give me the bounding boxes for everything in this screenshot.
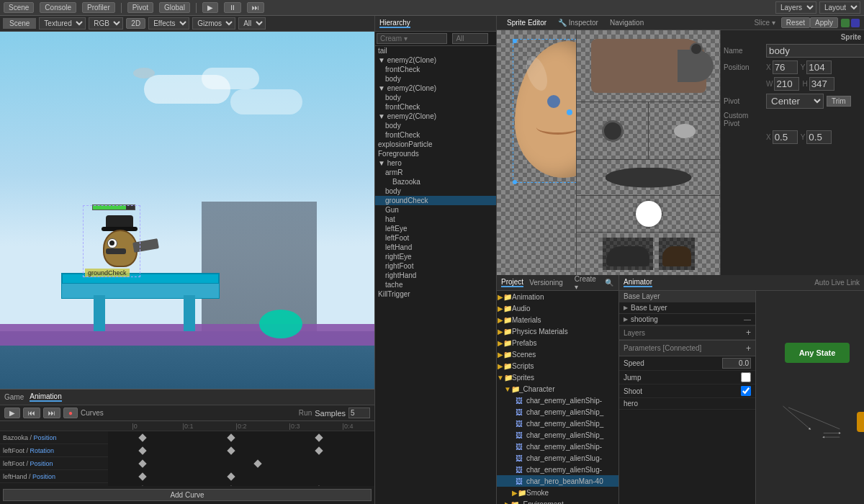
anim-step-back-btn[interactable]: ⏮ xyxy=(23,408,40,418)
diamond[interactable] xyxy=(139,459,147,467)
search-icon[interactable]: 🔍 xyxy=(605,279,613,287)
hierarchy-item-hero-body[interactable]: body xyxy=(375,186,496,196)
proj-hero-selected[interactable]: 🖼char_hero_beanMan-40 xyxy=(497,475,618,487)
pause-btn[interactable]: ⏸ xyxy=(224,2,241,13)
hierarchy-item-groundcheck[interactable]: groundCheck xyxy=(375,196,496,205)
navigation-tab[interactable]: Navigation xyxy=(604,19,649,27)
step-btn[interactable]: ⏭ xyxy=(247,2,264,13)
gizmos-select[interactable]: Gizmos xyxy=(192,17,235,30)
hierarchy-item-armr[interactable]: armR xyxy=(375,168,496,177)
scene-view[interactable]: Scene Textured RGB 2D Effects Gizmos All xyxy=(0,16,374,389)
anim-play-btn[interactable]: ▶ xyxy=(4,408,20,418)
proj-alien2[interactable]: 🖼char_enemy_alienShip_ xyxy=(497,406,618,418)
hierarchy-item-leftfoot[interactable]: leftFoot xyxy=(375,233,496,243)
hierarchy-item-killtrigger[interactable]: KillTrigger xyxy=(375,289,496,299)
character[interactable] xyxy=(97,215,144,273)
hierarchy-item-frontcheck3[interactable]: frontCheck xyxy=(375,130,496,140)
shoot-checkbox[interactable] xyxy=(741,386,751,396)
hierarchy-item-hero[interactable]: ▼ hero xyxy=(375,158,496,168)
proj-prefabs[interactable]: ▶📁Prefabs xyxy=(497,337,618,348)
proj-physics[interactable]: ▶📁Physics Materials xyxy=(497,325,618,337)
proj-scenes[interactable]: ▶📁Scenes xyxy=(497,348,618,360)
diamond[interactable] xyxy=(315,433,323,441)
y-input[interactable] xyxy=(806,60,832,74)
play-btn[interactable]: ▶ xyxy=(202,2,218,13)
track-area-1[interactable] xyxy=(108,444,374,457)
small-sprite-1[interactable] xyxy=(577,102,649,159)
track-area-4[interactable] xyxy=(108,483,374,487)
proj-alien1[interactable]: 🖼char_enemy_alienShip- xyxy=(497,395,618,406)
diamond[interactable] xyxy=(253,459,261,467)
shooting-layer-item[interactable]: ▶ shooting — xyxy=(619,314,755,325)
sprite-editor-area[interactable]: Sprite Name Position X xyxy=(497,30,864,275)
rgb-select[interactable]: RGB xyxy=(89,17,123,30)
layout-select[interactable]: Layout xyxy=(819,1,860,14)
proj-materials[interactable]: ▶📁Materials xyxy=(497,314,618,325)
any-state-node[interactable]: Any State xyxy=(785,343,850,363)
track-area-2[interactable] xyxy=(108,457,374,470)
proj-alien3[interactable]: 🖼char_enemy_alienShip_ xyxy=(497,418,618,429)
circle-sprite-thumb[interactable] xyxy=(577,196,720,232)
inspector-tab[interactable]: 🔧 Inspector xyxy=(552,19,604,27)
diamond[interactable] xyxy=(139,485,147,486)
hierarchy-item-explosion[interactable]: explosionParticle xyxy=(375,140,496,149)
hierarchy-item-foregrounds[interactable]: Foregrounds xyxy=(375,149,496,158)
proj-smoke[interactable]: ▶📁Smoke xyxy=(497,487,618,498)
scene-tab-btn[interactable]: Scene xyxy=(4,2,34,13)
hierarchy-item-lefthand[interactable]: leftHand xyxy=(375,243,496,252)
diamond[interactable] xyxy=(227,485,235,486)
diamond[interactable] xyxy=(139,433,147,441)
anim-record-btn[interactable]: ● xyxy=(63,408,78,418)
animator-graph[interactable]: Any State Idle Jump xyxy=(756,291,864,504)
track-area-0[interactable] xyxy=(108,431,374,444)
diamond[interactable] xyxy=(315,446,323,454)
trim-button[interactable]: Trim xyxy=(827,96,851,107)
jump-checkbox[interactable] xyxy=(741,372,751,382)
h-input[interactable] xyxy=(809,77,834,91)
name-input[interactable] xyxy=(766,44,864,58)
hierarchy-item-rightfoot[interactable]: rightFoot xyxy=(375,261,496,271)
global-btn[interactable]: Global xyxy=(159,2,190,13)
hierarchy-item-bazooka[interactable]: Bazooka xyxy=(375,177,496,186)
pivot-btn[interactable]: Pivot xyxy=(127,2,153,13)
hierarchy-search[interactable] xyxy=(377,33,447,44)
base-layer-item[interactable]: ▶ Base Layer xyxy=(619,302,755,314)
animation-tab[interactable]: Animation xyxy=(30,392,61,402)
samples-input[interactable] xyxy=(348,408,370,418)
textured-select[interactable]: Textured xyxy=(39,17,86,30)
small-sprite-2[interactable] xyxy=(649,102,720,159)
effects-select[interactable]: Effects xyxy=(148,17,189,30)
reset-btn[interactable]: Reset xyxy=(781,17,810,28)
foot-sprite-thumb[interactable] xyxy=(577,232,720,275)
proj-character[interactable]: ▼📁_Character xyxy=(497,383,618,395)
game-tab[interactable]: Game xyxy=(4,393,24,401)
add-param-btn[interactable]: + xyxy=(746,343,751,354)
proj-alien4[interactable]: 🖼char_enemy_alienShip_ xyxy=(497,429,618,441)
diamond[interactable] xyxy=(227,433,235,441)
sprite-canvas-main[interactable] xyxy=(497,30,576,275)
layers-select[interactable]: Layers xyxy=(775,1,816,14)
hierarchy-item-lefteye[interactable]: leftEye xyxy=(375,224,496,233)
hierarchy-tab[interactable]: Hierarchy xyxy=(379,19,410,28)
auto-live-link[interactable]: Auto Live Link xyxy=(814,279,860,287)
track-area-3[interactable] xyxy=(108,470,374,483)
anim-step-fwd-btn[interactable]: ⏭ xyxy=(43,408,60,418)
hierarchy-item-frontcheck1[interactable]: frontCheck xyxy=(375,65,496,74)
x-input[interactable] xyxy=(773,60,798,74)
cy-input[interactable] xyxy=(806,130,832,144)
proj-slug2[interactable]: 🖼char_enemy_alienSlug- xyxy=(497,464,618,475)
speed-input[interactable] xyxy=(722,358,751,369)
hierarchy-item-body3[interactable]: body xyxy=(375,121,496,130)
hierarchy-item-righteye[interactable]: rightEye xyxy=(375,252,496,261)
versioning-tab[interactable]: Versioning xyxy=(529,279,563,287)
hierarchy-item-enemy1[interactable]: ▼ enemy2(Clone) xyxy=(375,55,496,65)
hierarchy-item-tache[interactable]: tache xyxy=(375,280,496,289)
mustache-sprite-thumb[interactable] xyxy=(577,160,720,196)
hierarchy-filter[interactable] xyxy=(452,33,487,44)
proj-scripts[interactable]: ▶📁Scripts xyxy=(497,360,618,372)
pivot-select[interactable]: Center xyxy=(766,94,824,109)
diamond[interactable] xyxy=(139,446,147,454)
idle-state-node[interactable]: Idle xyxy=(857,412,864,432)
all-select[interactable]: All xyxy=(238,17,266,30)
add-layer-btn[interactable]: + xyxy=(746,328,751,338)
